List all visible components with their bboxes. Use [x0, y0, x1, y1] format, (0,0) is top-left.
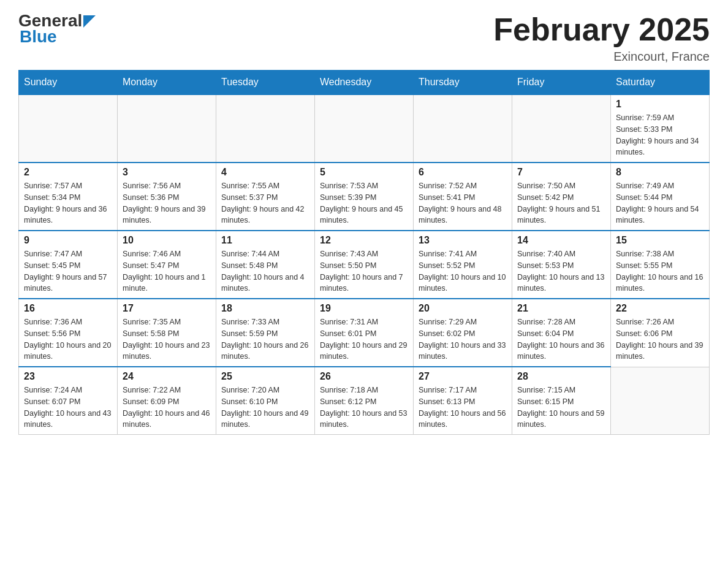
day-info: Sunrise: 7:20 AM Sunset: 6:10 PM Dayligh…: [221, 385, 309, 431]
day-info: Sunrise: 7:49 AM Sunset: 5:44 PM Dayligh…: [616, 180, 704, 226]
table-row: [19, 94, 118, 163]
svg-marker-0: [83, 15, 96, 28]
table-row: 25Sunrise: 7:20 AM Sunset: 6:10 PM Dayli…: [216, 367, 315, 435]
table-row: 8Sunrise: 7:49 AM Sunset: 5:44 PM Daylig…: [611, 163, 710, 231]
day-number: 28: [517, 371, 605, 382]
calendar-week-row: 23Sunrise: 7:24 AM Sunset: 6:07 PM Dayli…: [19, 367, 710, 435]
table-row: 10Sunrise: 7:46 AM Sunset: 5:47 PM Dayli…: [118, 231, 216, 299]
day-info: Sunrise: 7:47 AM Sunset: 5:45 PM Dayligh…: [24, 248, 112, 294]
table-row: 26Sunrise: 7:18 AM Sunset: 6:12 PM Dayli…: [315, 367, 414, 435]
day-info: Sunrise: 7:15 AM Sunset: 6:15 PM Dayligh…: [517, 385, 605, 431]
day-info: Sunrise: 7:38 AM Sunset: 5:55 PM Dayligh…: [616, 248, 704, 294]
col-thursday: Thursday: [414, 71, 512, 95]
day-info: Sunrise: 7:41 AM Sunset: 5:52 PM Dayligh…: [419, 248, 507, 294]
calendar-week-row: 16Sunrise: 7:36 AM Sunset: 5:56 PM Dayli…: [19, 299, 710, 367]
col-monday: Monday: [118, 71, 216, 95]
page-header: General Blue February 2025 Exincourt, Fr…: [18, 12, 710, 64]
day-info: Sunrise: 7:52 AM Sunset: 5:41 PM Dayligh…: [419, 180, 507, 226]
day-number: 14: [517, 235, 605, 246]
table-row: 9Sunrise: 7:47 AM Sunset: 5:45 PM Daylig…: [19, 231, 118, 299]
calendar-week-row: 9Sunrise: 7:47 AM Sunset: 5:45 PM Daylig…: [19, 231, 710, 299]
day-number: 23: [24, 371, 112, 382]
day-number: 6: [419, 167, 507, 178]
day-info: Sunrise: 7:18 AM Sunset: 6:12 PM Dayligh…: [320, 385, 408, 431]
day-info: Sunrise: 7:28 AM Sunset: 6:04 PM Dayligh…: [517, 316, 605, 362]
day-number: 1: [616, 99, 704, 110]
table-row: 23Sunrise: 7:24 AM Sunset: 6:07 PM Dayli…: [19, 367, 118, 435]
table-row: 7Sunrise: 7:50 AM Sunset: 5:42 PM Daylig…: [512, 163, 611, 231]
table-row: 15Sunrise: 7:38 AM Sunset: 5:55 PM Dayli…: [611, 231, 710, 299]
day-info: Sunrise: 7:22 AM Sunset: 6:09 PM Dayligh…: [123, 385, 211, 431]
day-number: 10: [123, 235, 211, 246]
day-number: 26: [320, 371, 408, 382]
table-row: 14Sunrise: 7:40 AM Sunset: 5:53 PM Dayli…: [512, 231, 611, 299]
day-number: 24: [123, 371, 211, 382]
table-row: 13Sunrise: 7:41 AM Sunset: 5:52 PM Dayli…: [414, 231, 512, 299]
col-wednesday: Wednesday: [315, 71, 414, 95]
location-label: Exincourt, France: [493, 50, 710, 64]
day-info: Sunrise: 7:56 AM Sunset: 5:36 PM Dayligh…: [123, 180, 211, 226]
day-info: Sunrise: 7:40 AM Sunset: 5:53 PM Dayligh…: [517, 248, 605, 294]
col-friday: Friday: [512, 71, 611, 95]
calendar-header-row: Sunday Monday Tuesday Wednesday Thursday…: [19, 71, 710, 95]
table-row: 4Sunrise: 7:55 AM Sunset: 5:37 PM Daylig…: [216, 163, 315, 231]
table-row: 28Sunrise: 7:15 AM Sunset: 6:15 PM Dayli…: [512, 367, 611, 435]
day-info: Sunrise: 7:31 AM Sunset: 6:01 PM Dayligh…: [320, 316, 408, 362]
day-number: 15: [616, 235, 704, 246]
calendar-week-row: 1Sunrise: 7:59 AM Sunset: 5:33 PM Daylig…: [19, 94, 710, 163]
table-row: 3Sunrise: 7:56 AM Sunset: 5:36 PM Daylig…: [118, 163, 216, 231]
day-number: 27: [419, 371, 507, 382]
day-number: 18: [221, 303, 309, 314]
day-info: Sunrise: 7:59 AM Sunset: 5:33 PM Dayligh…: [616, 112, 704, 158]
table-row: 12Sunrise: 7:43 AM Sunset: 5:50 PM Dayli…: [315, 231, 414, 299]
col-tuesday: Tuesday: [216, 71, 315, 95]
table-row: 2Sunrise: 7:57 AM Sunset: 5:34 PM Daylig…: [19, 163, 118, 231]
table-row: 20Sunrise: 7:29 AM Sunset: 6:02 PM Dayli…: [414, 299, 512, 367]
table-row: 22Sunrise: 7:26 AM Sunset: 6:06 PM Dayli…: [611, 299, 710, 367]
day-number: 20: [419, 303, 507, 314]
table-row: [512, 94, 611, 163]
day-number: 17: [123, 303, 211, 314]
table-row: 6Sunrise: 7:52 AM Sunset: 5:41 PM Daylig…: [414, 163, 512, 231]
day-info: Sunrise: 7:44 AM Sunset: 5:48 PM Dayligh…: [221, 248, 309, 294]
day-number: 8: [616, 167, 704, 178]
table-row: 11Sunrise: 7:44 AM Sunset: 5:48 PM Dayli…: [216, 231, 315, 299]
table-row: 5Sunrise: 7:53 AM Sunset: 5:39 PM Daylig…: [315, 163, 414, 231]
col-sunday: Sunday: [19, 71, 118, 95]
day-number: 7: [517, 167, 605, 178]
col-saturday: Saturday: [611, 71, 710, 95]
day-info: Sunrise: 7:53 AM Sunset: 5:39 PM Dayligh…: [320, 180, 408, 226]
day-number: 9: [24, 235, 112, 246]
title-section: February 2025 Exincourt, France: [493, 12, 710, 64]
day-info: Sunrise: 7:43 AM Sunset: 5:50 PM Dayligh…: [320, 248, 408, 294]
month-title: February 2025: [493, 12, 710, 47]
table-row: 18Sunrise: 7:33 AM Sunset: 5:59 PM Dayli…: [216, 299, 315, 367]
day-info: Sunrise: 7:57 AM Sunset: 5:34 PM Dayligh…: [24, 180, 112, 226]
day-info: Sunrise: 7:29 AM Sunset: 6:02 PM Dayligh…: [419, 316, 507, 362]
logo-blue-text: Blue: [18, 27, 96, 47]
table-row: 24Sunrise: 7:22 AM Sunset: 6:09 PM Dayli…: [118, 367, 216, 435]
table-row: 16Sunrise: 7:36 AM Sunset: 5:56 PM Dayli…: [19, 299, 118, 367]
day-number: 2: [24, 167, 112, 178]
table-row: [315, 94, 414, 163]
table-row: [118, 94, 216, 163]
day-number: 21: [517, 303, 605, 314]
day-number: 3: [123, 167, 211, 178]
day-number: 13: [419, 235, 507, 246]
day-number: 22: [616, 303, 704, 314]
calendar-week-row: 2Sunrise: 7:57 AM Sunset: 5:34 PM Daylig…: [19, 163, 710, 231]
day-info: Sunrise: 7:35 AM Sunset: 5:58 PM Dayligh…: [123, 316, 211, 362]
day-info: Sunrise: 7:46 AM Sunset: 5:47 PM Dayligh…: [123, 248, 211, 294]
day-info: Sunrise: 7:50 AM Sunset: 5:42 PM Dayligh…: [517, 180, 605, 226]
day-number: 19: [320, 303, 408, 314]
day-info: Sunrise: 7:55 AM Sunset: 5:37 PM Dayligh…: [221, 180, 309, 226]
day-info: Sunrise: 7:17 AM Sunset: 6:13 PM Dayligh…: [419, 385, 507, 431]
logo-arrow-icon: [83, 15, 96, 28]
day-number: 11: [221, 235, 309, 246]
table-row: 1Sunrise: 7:59 AM Sunset: 5:33 PM Daylig…: [611, 94, 710, 163]
day-info: Sunrise: 7:36 AM Sunset: 5:56 PM Dayligh…: [24, 316, 112, 362]
day-info: Sunrise: 7:33 AM Sunset: 5:59 PM Dayligh…: [221, 316, 309, 362]
day-number: 25: [221, 371, 309, 382]
day-info: Sunrise: 7:24 AM Sunset: 6:07 PM Dayligh…: [24, 385, 112, 431]
table-row: 27Sunrise: 7:17 AM Sunset: 6:13 PM Dayli…: [414, 367, 512, 435]
